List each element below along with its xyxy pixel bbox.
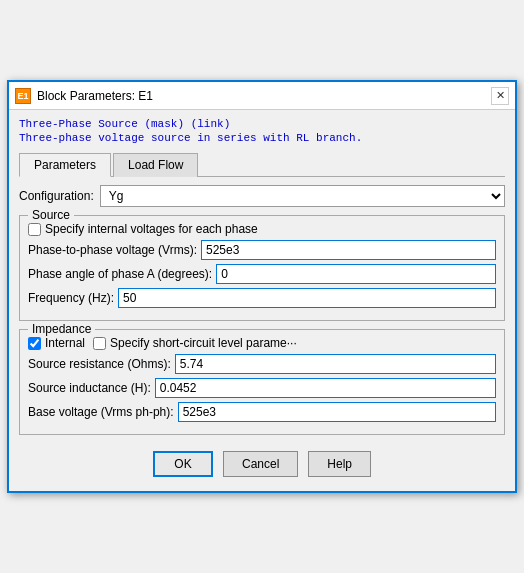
ok-button[interactable]: OK [153, 451, 213, 477]
specify-voltages-row: Specify internal voltages for each phase [28, 222, 496, 236]
source-inductance-label: Source inductance (H): [28, 381, 151, 395]
block-icon: E1 [15, 88, 31, 104]
phase-angle-input[interactable] [216, 264, 496, 284]
source-inductance-input[interactable] [155, 378, 496, 398]
source-group: Source Specify internal voltages for eac… [19, 215, 505, 321]
dialog-title: Block Parameters: E1 [37, 89, 153, 103]
base-voltage-label: Base voltage (Vrms ph-ph): [28, 405, 174, 419]
impedance-group: Impedance Internal Specify short-circuit… [19, 329, 505, 435]
internal-check-group: Internal [28, 336, 85, 350]
source-resistance-input[interactable] [175, 354, 496, 374]
specify-voltages-checkbox[interactable] [28, 223, 41, 236]
description-line1: Three-Phase Source (mask) (link) [19, 118, 505, 130]
source-resistance-label: Source resistance (Ohms): [28, 357, 171, 371]
dialog-block-parameters: E1 Block Parameters: E1 ✕ Three-Phase So… [7, 80, 517, 493]
frequency-label: Frequency (Hz): [28, 291, 114, 305]
phase-angle-row: Phase angle of phase A (degrees): [28, 264, 496, 284]
source-group-title: Source [28, 208, 74, 222]
internal-checkbox[interactable] [28, 337, 41, 350]
frequency-row: Frequency (Hz): [28, 288, 496, 308]
impedance-checkboxes-row: Internal Specify short-circuit level par… [28, 336, 496, 350]
configuration-select[interactable]: Yg Y Delta [100, 185, 505, 207]
description-line2: Three-phase voltage source in series wit… [19, 132, 505, 144]
title-bar: E1 Block Parameters: E1 ✕ [9, 82, 515, 110]
internal-label: Internal [45, 336, 85, 350]
phase-voltage-label: Phase-to-phase voltage (Vrms): [28, 243, 197, 257]
phase-voltage-row: Phase-to-phase voltage (Vrms): [28, 240, 496, 260]
impedance-group-title: Impedance [28, 322, 95, 336]
short-circuit-label: Specify short-circuit level parame··· [110, 336, 297, 350]
frequency-input[interactable] [118, 288, 496, 308]
dialog-body: Three-Phase Source (mask) (link) Three-p… [9, 110, 515, 491]
button-row: OK Cancel Help [19, 443, 505, 483]
tab-parameters[interactable]: Parameters [19, 153, 111, 177]
close-button[interactable]: ✕ [491, 87, 509, 105]
tab-bar: Parameters Load Flow [19, 152, 505, 177]
short-circuit-check-group: Specify short-circuit level parame··· [93, 336, 297, 350]
source-inductance-row: Source inductance (H): [28, 378, 496, 398]
cancel-button[interactable]: Cancel [223, 451, 298, 477]
specify-voltages-label: Specify internal voltages for each phase [45, 222, 258, 236]
phase-voltage-input[interactable] [201, 240, 496, 260]
title-bar-left: E1 Block Parameters: E1 [15, 88, 153, 104]
base-voltage-input[interactable] [178, 402, 496, 422]
source-resistance-row: Source resistance (Ohms): [28, 354, 496, 374]
phase-angle-label: Phase angle of phase A (degrees): [28, 267, 212, 281]
short-circuit-checkbox[interactable] [93, 337, 106, 350]
tab-load-flow[interactable]: Load Flow [113, 153, 198, 177]
configuration-label: Configuration: [19, 189, 94, 203]
configuration-row: Configuration: Yg Y Delta [19, 185, 505, 207]
base-voltage-row: Base voltage (Vrms ph-ph): [28, 402, 496, 422]
help-button[interactable]: Help [308, 451, 371, 477]
